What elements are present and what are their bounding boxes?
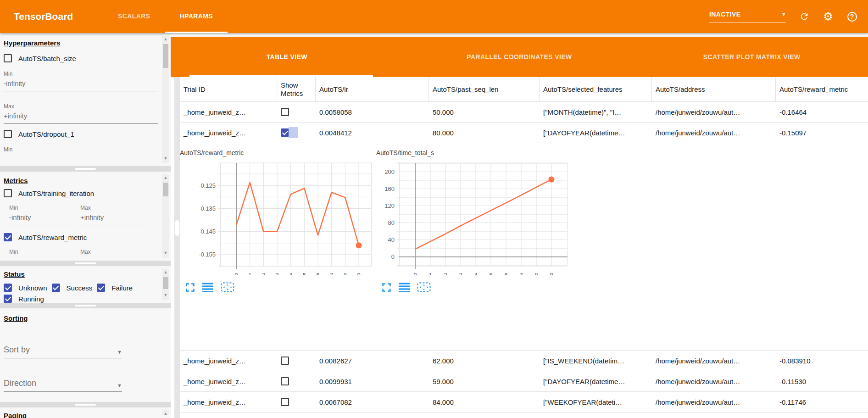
divider-drag-handle[interactable] [75, 404, 96, 406]
svg-text:0: 0 [391, 253, 395, 260]
min-input[interactable]: -infinity [4, 77, 158, 91]
col-trial-id[interactable]: Trial ID [180, 77, 277, 101]
max-input[interactable]: +infinity [80, 211, 142, 225]
help-icon[interactable]: ? [846, 11, 858, 22]
trial-id-cell: _home_junweid_z… [180, 357, 277, 365]
show-metrics-checkbox[interactable] [281, 128, 289, 137]
col-past-seq-len[interactable]: AutoTS/past_seq_len [429, 77, 540, 101]
fullscreen-icon[interactable] [382, 283, 391, 292]
tab-parallel-coordinates-view[interactable]: PARALLEL COORDINATES VIEW [403, 37, 636, 77]
run-status-select[interactable]: INACTIVE ▼ [709, 11, 786, 22]
svg-text:40: 40 [388, 236, 395, 243]
hyperparameters-scrollbar[interactable]: ▲ ▼ [162, 36, 169, 163]
col-selected-features[interactable]: AutoTS/selected_features [540, 77, 652, 101]
divider-drag-handle[interactable] [75, 168, 96, 170]
col-reward-metric[interactable]: AutoTS/reward_metric [776, 77, 868, 101]
tab-scatter-plot-matrix-view[interactable]: SCATTER PLOT MATRIX VIEW [635, 37, 868, 77]
max-input[interactable]: +infinity [4, 110, 158, 124]
hyperparameters-heading: Hyperparameters [4, 39, 158, 48]
scroll-up-icon[interactable]: ▲ [162, 411, 169, 418]
svg-text:3: 3 [275, 272, 278, 275]
sort-by-label: Sort by [4, 345, 30, 355]
selected-features-cell: ["IS_WEEKEND(datetim… [540, 357, 652, 365]
scroll-up-icon[interactable]: ▲ [162, 175, 169, 182]
section-divider [0, 402, 171, 407]
metrics-scrollbar[interactable]: ▲ ▼ [162, 174, 169, 258]
svg-text:6: 6 [504, 272, 507, 275]
svg-text:9: 9 [357, 272, 360, 275]
table-row: _home_junweid_z… 0.0048412 80.000 ["DAYO… [180, 123, 868, 143]
tab-scalars[interactable]: SCALARS [103, 0, 165, 33]
direction-select[interactable]: Direction ▼ [4, 379, 122, 392]
min-input[interactable]: -infinity [9, 211, 71, 225]
paging-scrollbar[interactable]: ▲ [162, 410, 169, 415]
scroll-up-icon[interactable]: ▲ [162, 270, 169, 276]
hparams-sidebar: Hyperparameters AutoTS/batch_size Min -i… [0, 33, 171, 418]
paging-heading: Paging [4, 411, 158, 418]
reward-metric-cell: -0.11746 [776, 398, 868, 406]
time-total-line-chart[interactable]: 012345678904080120160200 [376, 158, 569, 275]
chevron-down-icon: ▼ [117, 383, 122, 388]
table-row: _home_junweid_z… 0.0067082 84.000 ["WEEK… [180, 391, 868, 412]
chart-title: AutoTS/reward_metric [180, 148, 373, 158]
svg-text:5: 5 [303, 272, 306, 275]
dropout-checkbox[interactable] [4, 130, 12, 138]
sort-by-select[interactable]: Sort by ▼ [4, 345, 122, 358]
fullscreen-icon[interactable] [185, 283, 195, 292]
divider-drag-handle[interactable] [75, 262, 96, 264]
scroll-thumb[interactable] [163, 183, 168, 196]
scroll-thumb[interactable] [163, 277, 168, 289]
reset-zoom-icon[interactable] [221, 282, 234, 292]
run-status-value: INACTIVE [709, 11, 741, 18]
address-cell: /home/junweid/zouwu/aut… [652, 398, 776, 406]
status-failure-label: Failure [111, 284, 133, 292]
tab-hparams[interactable]: HPARAMS [165, 0, 228, 33]
status-unknown-checkbox[interactable] [4, 284, 12, 292]
scroll-up-icon[interactable]: ▲ [162, 37, 169, 43]
show-metrics-checkbox[interactable] [281, 377, 289, 385]
show-metrics-checkbox[interactable] [281, 357, 289, 365]
min-label: Min [4, 146, 158, 153]
reward-metric-cell: -0.083910 [776, 357, 868, 365]
axes-lines-icon[interactable] [399, 283, 410, 292]
show-metrics-checkbox[interactable] [281, 108, 289, 116]
dropout-label: AutoTS/dropout_1 [18, 130, 74, 138]
training-iteration-checkbox[interactable] [4, 189, 12, 197]
reward-metric-checkbox[interactable] [4, 233, 12, 241]
col-lr[interactable]: AutoTS/lr [316, 77, 429, 101]
status-unknown-row: Unknown [4, 284, 47, 292]
lr-cell: 0.0082627 [316, 357, 429, 365]
show-metrics-checkbox[interactable] [281, 398, 289, 406]
status-failure-checkbox[interactable] [97, 284, 105, 292]
reset-zoom-icon[interactable] [417, 282, 431, 292]
svg-text:3: 3 [459, 272, 462, 275]
refresh-icon[interactable] [798, 11, 810, 22]
scroll-down-icon[interactable]: ▼ [162, 293, 169, 299]
lr-cell: 0.0058058 [316, 108, 429, 116]
svg-text:0: 0 [234, 272, 238, 275]
scroll-thumb[interactable] [175, 220, 179, 236]
trial-id-cell: _home_junweid_z… [180, 108, 277, 116]
status-heading: Status [4, 270, 158, 279]
tab-table-view[interactable]: TABLE VIEW [171, 37, 403, 77]
svg-text:-0.155: -0.155 [199, 251, 216, 258]
scroll-down-icon[interactable]: ▼ [162, 156, 169, 162]
scroll-thumb[interactable] [163, 44, 168, 68]
batch-size-checkbox[interactable] [4, 54, 12, 62]
divider-drag-handle[interactable] [75, 305, 96, 307]
scroll-down-icon[interactable]: ▼ [162, 251, 169, 257]
col-show-metrics[interactable]: Show Metrics [277, 77, 316, 101]
col-address[interactable]: AutoTS/address [652, 77, 776, 101]
selected-features-cell: ["MONTH(datetime)", "I… [540, 108, 652, 116]
reward-metric-line-chart[interactable]: 0123456789-0.155-0.145-0.135-0.125 [180, 158, 373, 275]
svg-text:7: 7 [330, 272, 333, 275]
axes-lines-icon[interactable] [202, 283, 213, 292]
settings-gear-icon[interactable]: ⚙ [822, 11, 834, 22]
status-failure-row: Failure [97, 284, 133, 292]
status-scrollbar[interactable]: ▲ ▼ [162, 269, 169, 300]
status-running-checkbox[interactable] [4, 295, 12, 303]
svg-text:6: 6 [316, 272, 319, 275]
status-success-checkbox[interactable] [52, 284, 60, 292]
svg-text:4: 4 [289, 272, 292, 275]
main-scrollbar[interactable] [174, 77, 180, 418]
